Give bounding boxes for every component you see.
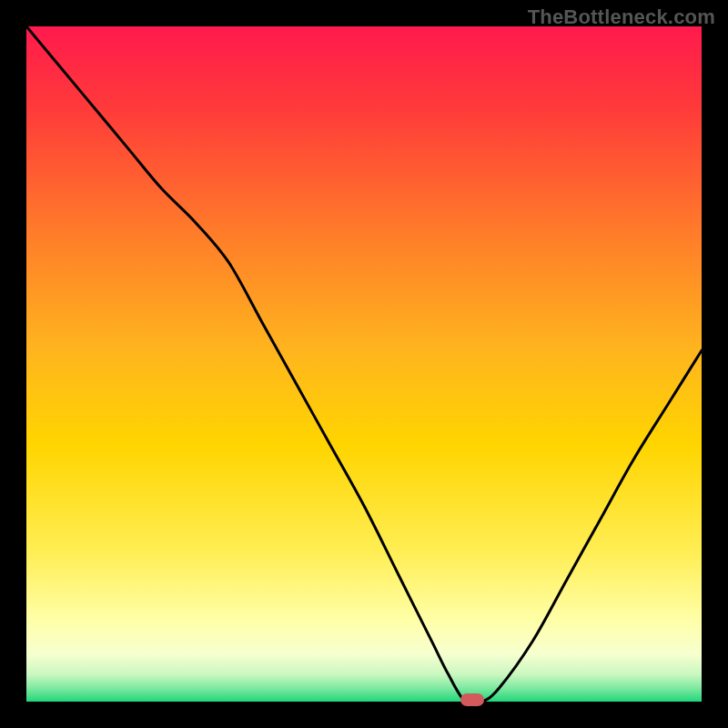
plot-area [26, 26, 702, 702]
watermark-text: TheBottleneck.com [528, 5, 715, 29]
optimal-marker [460, 693, 484, 706]
gradient-background [26, 26, 702, 702]
chart-frame: TheBottleneck.com [0, 0, 728, 728]
chart-svg [26, 26, 702, 702]
